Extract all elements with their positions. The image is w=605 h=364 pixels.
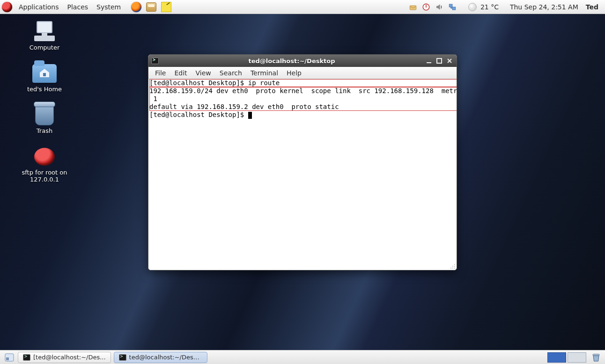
terminal-window: ted@localhost:~/Desktop File Edit View S… — [148, 54, 457, 270]
panel-trash[interactable] — [590, 352, 602, 363]
terminal-output-line: default via 192.168.159.2 dev eth0 proto… — [149, 103, 339, 110]
svg-rect-19 — [593, 354, 599, 356]
desktop-icon-label: ted's Home — [27, 86, 62, 93]
svg-rect-5 — [37, 22, 52, 33]
svg-point-13 — [454, 266, 455, 267]
menu-places[interactable]: Places — [64, 1, 92, 13]
trash-icon — [35, 105, 54, 125]
package-manager-launcher[interactable] — [145, 1, 157, 13]
desktop-icon-label: sftp for root on 127.0.0.1 — [12, 169, 77, 183]
taskbar-button-label: ted@localhost:~/Desk... — [129, 354, 202, 361]
svg-rect-10 — [437, 58, 442, 63]
redhat-icon — [34, 148, 55, 166]
window-controls — [425, 57, 454, 65]
workspace-1[interactable] — [547, 352, 566, 363]
quick-launchers — [130, 1, 172, 13]
svg-point-16 — [454, 268, 455, 269]
menu-file[interactable]: File — [151, 68, 170, 78]
svg-rect-4 — [452, 7, 456, 10]
terminal-menubar: File Edit View Search Terminal Help — [148, 67, 457, 79]
terminal-icon — [23, 354, 30, 361]
resize-grip[interactable] — [449, 262, 456, 269]
distro-logo-icon[interactable] — [2, 2, 12, 12]
svg-point-12 — [452, 266, 453, 267]
cpu-monitor-icon[interactable] — [421, 2, 431, 12]
taskbar-button-label: [ted@localhost:~/Des... — [33, 354, 106, 361]
computer-icon — [31, 21, 58, 43]
terminal-icon — [119, 354, 126, 361]
workspace-2[interactable] — [568, 352, 586, 363]
desktop-icon-home[interactable]: ted's Home — [9, 60, 80, 95]
svg-point-11 — [454, 264, 455, 265]
svg-rect-18 — [6, 357, 9, 360]
sticky-note-icon — [161, 2, 171, 12]
menu-search[interactable]: Search — [216, 68, 246, 78]
svg-point-15 — [452, 268, 453, 269]
terminal-icon — [151, 58, 159, 64]
menu-terminal[interactable]: Terminal — [247, 68, 282, 78]
svg-rect-8 — [43, 73, 46, 76]
clock[interactable]: Thu Sep 24, 2:51 AM — [510, 3, 578, 11]
svg-rect-0 — [410, 6, 416, 10]
menu-edit[interactable]: Edit — [170, 68, 191, 78]
minimize-button[interactable] — [425, 57, 433, 65]
top-panel: Applications Places System 21 °C Thu Sep… — [0, 0, 605, 14]
package-icon — [146, 2, 156, 12]
weather-temp[interactable]: 21 °C — [480, 3, 499, 11]
svg-rect-6 — [42, 33, 47, 36]
close-button[interactable] — [445, 57, 454, 65]
desktop-icon-computer[interactable]: Computer — [9, 19, 80, 53]
svg-point-2 — [426, 6, 427, 7]
maximize-button[interactable] — [435, 57, 443, 65]
desktop-icon-sftp[interactable]: sftp for root on 127.0.0.1 — [9, 144, 80, 185]
terminal-cursor — [248, 112, 252, 119]
bottom-panel: [ted@localhost:~/Des... ted@localhost:~/… — [0, 350, 605, 364]
workspace-switcher — [547, 352, 586, 363]
network-icon[interactable] — [448, 2, 457, 12]
system-tray: 21 °C Thu Sep 24, 2:51 AM Ted — [408, 2, 605, 12]
terminal-command: ip route — [248, 79, 280, 87]
desktop-icon-label: Trash — [37, 127, 52, 134]
terminal-prompt: [ted@localhost Desktop]$ — [149, 111, 248, 118]
terminal-output-line: 192.168.159.0/24 dev eth0 proto kernel s… — [149, 87, 457, 95]
menu-view[interactable]: View — [192, 68, 215, 78]
menu-applications[interactable]: Applications — [15, 1, 63, 13]
home-folder-icon — [32, 64, 57, 83]
terminal-output-line: 1 — [149, 95, 157, 102]
desktop-icons: Computer ted's Home Trash sftp for root … — [9, 19, 80, 185]
svg-rect-7 — [34, 36, 55, 41]
window-titlebar[interactable]: ted@localhost:~/Desktop — [148, 55, 457, 67]
show-desktop-button[interactable] — [4, 352, 15, 363]
update-notifier-icon[interactable] — [408, 2, 418, 12]
terminal-body: [ted@localhost Desktop]$ ip route192.168… — [148, 79, 457, 270]
user-menu[interactable]: Ted — [582, 3, 602, 11]
notes-launcher[interactable] — [160, 1, 172, 13]
terminal-prompt: [ted@localhost Desktop]$ — [149, 79, 248, 87]
firefox-icon — [131, 2, 141, 12]
desktop-icon-label: Computer — [30, 44, 60, 51]
main-menubar: Applications Places System — [0, 1, 172, 13]
volume-icon[interactable] — [435, 2, 444, 12]
svg-rect-3 — [449, 4, 452, 7]
window-title: ted@localhost:~/Desktop — [162, 58, 422, 65]
taskbar-button-2[interactable]: ted@localhost:~/Desk... — [114, 352, 207, 363]
taskbar-button-1[interactable]: [ted@localhost:~/Des... — [18, 352, 111, 363]
desktop-icon-trash[interactable]: Trash — [9, 102, 80, 136]
menu-help[interactable]: Help — [283, 68, 305, 78]
menu-system[interactable]: System — [93, 1, 125, 13]
svg-rect-9 — [427, 62, 431, 63]
firefox-launcher[interactable] — [130, 1, 142, 13]
svg-point-14 — [450, 268, 451, 269]
terminal-content[interactable]: [ted@localhost Desktop]$ ip route192.168… — [148, 79, 457, 270]
weather-icon[interactable] — [468, 3, 477, 11]
